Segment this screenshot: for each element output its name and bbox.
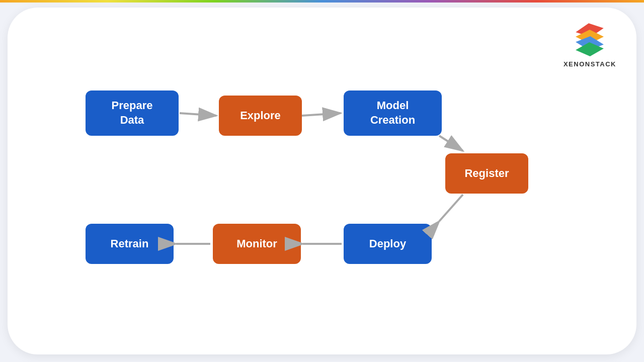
arrow-register-deploy xyxy=(439,195,463,221)
node-prepare-data: Prepare Data xyxy=(86,90,179,136)
node-explore: Explore xyxy=(219,96,302,136)
node-model-creation: Model Creation xyxy=(344,90,442,136)
main-card: XENONSTACK Prepare Data Explore Model Cr… xyxy=(8,8,636,354)
node-register: Register xyxy=(445,153,528,194)
flow-arrows xyxy=(8,8,636,354)
node-monitor: Monitor xyxy=(213,224,301,264)
node-deploy: Deploy xyxy=(344,224,432,264)
arrow-explore-model xyxy=(302,113,341,116)
flow-diagram: Prepare Data Explore Model Creation Regi… xyxy=(8,8,636,354)
top-border xyxy=(0,0,644,3)
arrow-prepare-explore xyxy=(180,113,216,116)
node-retrain: Retrain xyxy=(86,224,174,264)
arrow-model-register xyxy=(439,136,463,151)
